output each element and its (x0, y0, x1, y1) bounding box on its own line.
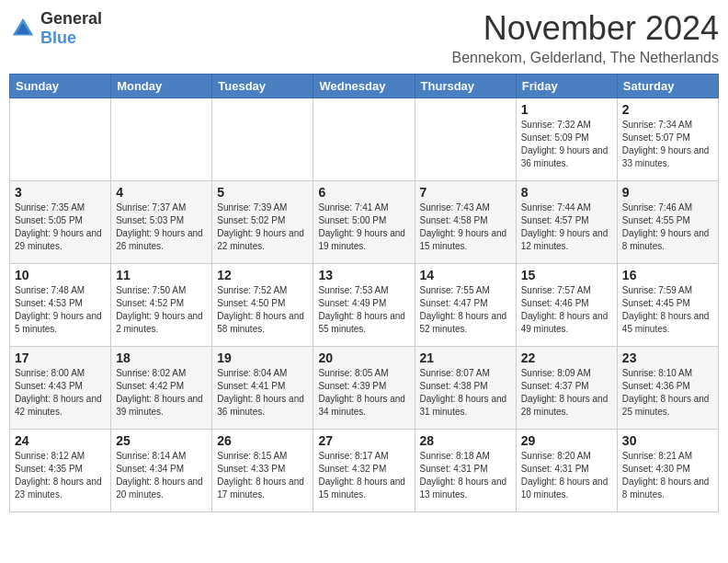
logo-text: General Blue (40, 9, 102, 48)
day-number: 2 (622, 102, 713, 117)
cell-info: Sunrise: 8:02 AM Sunset: 4:42 PM Dayligh… (116, 367, 207, 419)
day-number: 16 (622, 268, 713, 282)
calendar-cell (415, 98, 516, 181)
calendar-cell: 27Sunrise: 8:17 AM Sunset: 4:32 PM Dayli… (313, 430, 415, 512)
week-row-4: 17Sunrise: 8:00 AM Sunset: 4:43 PM Dayli… (10, 347, 719, 430)
day-number: 9 (622, 185, 713, 200)
day-number: 6 (318, 185, 409, 200)
cell-info: Sunrise: 7:55 AM Sunset: 4:47 PM Dayligh… (420, 284, 511, 336)
calendar-cell (313, 98, 415, 181)
calendar-cell: 11Sunrise: 7:50 AM Sunset: 4:52 PM Dayli… (111, 264, 212, 347)
page-header: General Blue November 2024 Bennekom, Gel… (9, 9, 719, 66)
calendar-cell: 25Sunrise: 8:14 AM Sunset: 4:34 PM Dayli… (111, 430, 212, 512)
calendar-cell: 6Sunrise: 7:41 AM Sunset: 5:00 PM Daylig… (313, 181, 415, 264)
cell-info: Sunrise: 7:39 AM Sunset: 5:02 PM Dayligh… (217, 201, 308, 253)
cell-info: Sunrise: 8:15 AM Sunset: 4:33 PM Dayligh… (217, 450, 308, 501)
calendar-cell: 24Sunrise: 8:12 AM Sunset: 4:35 PM Dayli… (10, 430, 111, 512)
cell-info: Sunrise: 7:50 AM Sunset: 4:52 PM Dayligh… (116, 284, 207, 336)
cell-info: Sunrise: 8:00 AM Sunset: 4:43 PM Dayligh… (15, 367, 106, 419)
header-saturday: Saturday (617, 75, 718, 98)
cell-info: Sunrise: 8:17 AM Sunset: 4:32 PM Dayligh… (318, 450, 409, 501)
calendar-cell: 8Sunrise: 7:44 AM Sunset: 4:57 PM Daylig… (516, 181, 617, 264)
header-sunday: Sunday (10, 75, 111, 98)
cell-info: Sunrise: 7:48 AM Sunset: 4:53 PM Dayligh… (15, 284, 106, 336)
logo: General Blue (9, 9, 102, 48)
day-number: 17 (15, 350, 106, 365)
day-number: 19 (217, 350, 308, 365)
calendar-cell: 7Sunrise: 7:43 AM Sunset: 4:58 PM Daylig… (415, 181, 516, 264)
cell-info: Sunrise: 8:05 AM Sunset: 4:39 PM Dayligh… (318, 367, 409, 419)
day-number: 15 (521, 268, 612, 282)
day-number: 18 (116, 350, 207, 365)
cell-info: Sunrise: 8:10 AM Sunset: 4:36 PM Dayligh… (622, 367, 713, 419)
calendar-cell: 13Sunrise: 7:53 AM Sunset: 4:49 PM Dayli… (313, 264, 415, 347)
cell-info: Sunrise: 8:12 AM Sunset: 4:35 PM Dayligh… (15, 450, 106, 501)
calendar-cell: 21Sunrise: 8:07 AM Sunset: 4:38 PM Dayli… (415, 347, 516, 430)
cell-info: Sunrise: 7:53 AM Sunset: 4:49 PM Dayligh… (318, 284, 409, 336)
calendar-cell: 5Sunrise: 7:39 AM Sunset: 5:02 PM Daylig… (212, 181, 313, 264)
day-number: 3 (15, 185, 106, 200)
cell-info: Sunrise: 8:09 AM Sunset: 4:37 PM Dayligh… (521, 367, 612, 419)
day-number: 14 (420, 268, 511, 282)
calendar-cell: 18Sunrise: 8:02 AM Sunset: 4:42 PM Dayli… (111, 347, 212, 430)
calendar-cell: 28Sunrise: 8:18 AM Sunset: 4:31 PM Dayli… (415, 430, 516, 512)
logo-blue: Blue (40, 29, 102, 48)
cell-info: Sunrise: 7:35 AM Sunset: 5:05 PM Dayligh… (15, 201, 106, 253)
header-monday: Monday (111, 75, 212, 98)
cell-info: Sunrise: 8:21 AM Sunset: 4:30 PM Dayligh… (622, 450, 713, 501)
day-number: 8 (521, 185, 612, 200)
day-number: 12 (217, 268, 308, 282)
week-row-2: 3Sunrise: 7:35 AM Sunset: 5:05 PM Daylig… (10, 181, 719, 264)
calendar-cell: 12Sunrise: 7:52 AM Sunset: 4:50 PM Dayli… (212, 264, 313, 347)
calendar-cell: 30Sunrise: 8:21 AM Sunset: 4:30 PM Dayli… (617, 430, 718, 512)
day-number: 21 (420, 350, 511, 365)
day-number: 22 (521, 350, 612, 365)
cell-info: Sunrise: 8:04 AM Sunset: 4:41 PM Dayligh… (217, 367, 308, 419)
week-row-5: 24Sunrise: 8:12 AM Sunset: 4:35 PM Dayli… (10, 430, 719, 512)
day-number: 4 (116, 185, 207, 200)
calendar-cell (10, 98, 111, 181)
day-number: 26 (217, 433, 308, 448)
day-number: 7 (420, 185, 511, 200)
calendar-cell: 26Sunrise: 8:15 AM Sunset: 4:33 PM Dayli… (212, 430, 313, 512)
month-title: November 2024 (451, 9, 719, 48)
day-number: 28 (420, 433, 511, 448)
location: Bennekom, Gelderland, The Netherlands (451, 50, 719, 66)
calendar-cell: 10Sunrise: 7:48 AM Sunset: 4:53 PM Dayli… (10, 264, 111, 347)
calendar-cell: 15Sunrise: 7:57 AM Sunset: 4:46 PM Dayli… (516, 264, 617, 347)
logo-general: General (40, 9, 102, 29)
header-thursday: Thursday (415, 75, 516, 98)
header-row: SundayMondayTuesdayWednesdayThursdayFrid… (10, 75, 719, 98)
calendar-cell (212, 98, 313, 181)
calendar-cell: 20Sunrise: 8:05 AM Sunset: 4:39 PM Dayli… (313, 347, 415, 430)
cell-info: Sunrise: 7:43 AM Sunset: 4:58 PM Dayligh… (420, 201, 511, 253)
day-number: 10 (15, 268, 106, 282)
day-number: 24 (15, 433, 106, 448)
cell-info: Sunrise: 7:46 AM Sunset: 4:55 PM Dayligh… (622, 201, 713, 253)
cell-info: Sunrise: 7:59 AM Sunset: 4:45 PM Dayligh… (622, 284, 713, 336)
header-tuesday: Tuesday (212, 75, 313, 98)
cell-info: Sunrise: 8:20 AM Sunset: 4:31 PM Dayligh… (521, 450, 612, 501)
day-number: 11 (116, 268, 207, 282)
calendar-cell: 3Sunrise: 7:35 AM Sunset: 5:05 PM Daylig… (10, 181, 111, 264)
cell-info: Sunrise: 7:37 AM Sunset: 5:03 PM Dayligh… (116, 201, 207, 253)
calendar-cell: 4Sunrise: 7:37 AM Sunset: 5:03 PM Daylig… (111, 181, 212, 264)
title-area: November 2024 Bennekom, Gelderland, The … (451, 9, 719, 66)
cell-info: Sunrise: 7:34 AM Sunset: 5:07 PM Dayligh… (622, 119, 713, 170)
day-number: 13 (318, 268, 409, 282)
header-wednesday: Wednesday (313, 75, 415, 98)
calendar-cell: 19Sunrise: 8:04 AM Sunset: 4:41 PM Dayli… (212, 347, 313, 430)
day-number: 27 (318, 433, 409, 448)
day-number: 5 (217, 185, 308, 200)
calendar-cell (111, 98, 212, 181)
calendar-cell: 23Sunrise: 8:10 AM Sunset: 4:36 PM Dayli… (617, 347, 718, 430)
day-number: 1 (521, 102, 612, 117)
cell-info: Sunrise: 7:41 AM Sunset: 5:00 PM Dayligh… (318, 201, 409, 253)
cell-info: Sunrise: 7:52 AM Sunset: 4:50 PM Dayligh… (217, 284, 308, 336)
calendar-cell: 14Sunrise: 7:55 AM Sunset: 4:47 PM Dayli… (415, 264, 516, 347)
day-number: 20 (318, 350, 409, 365)
cell-info: Sunrise: 7:32 AM Sunset: 5:09 PM Dayligh… (521, 119, 612, 170)
cell-info: Sunrise: 8:14 AM Sunset: 4:34 PM Dayligh… (116, 450, 207, 501)
week-row-1: 1Sunrise: 7:32 AM Sunset: 5:09 PM Daylig… (10, 98, 719, 181)
calendar-cell: 2Sunrise: 7:34 AM Sunset: 5:07 PM Daylig… (617, 98, 718, 181)
